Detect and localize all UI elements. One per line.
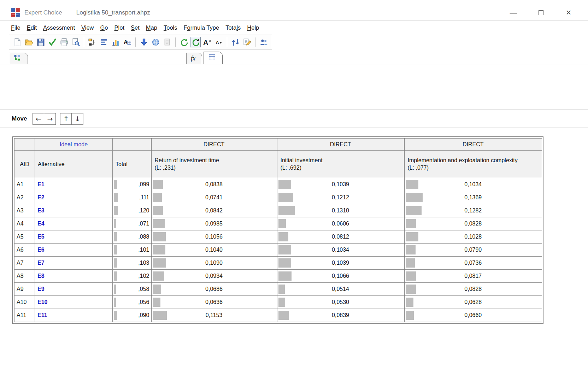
criterion-value-cell[interactable]: 0,0636 [151,296,277,309]
sphere-icon[interactable] [150,37,161,47]
menu-edit[interactable]: Edit [24,23,40,33]
alternative-name-cell[interactable]: E10 [35,296,113,309]
total-bar [114,271,117,281]
direct-header-1[interactable]: DIRECT [151,139,277,151]
criterion-value-cell[interactable]: 0,1153 [151,309,277,322]
open-folder-icon[interactable] [24,37,34,47]
print-icon[interactable] [59,37,69,47]
maximize-icon [539,10,543,15]
alternative-column-header[interactable]: Alternative [35,151,113,178]
data-grid-tab[interactable] [204,52,223,64]
move-down-button[interactable]: ↓ [72,113,83,125]
move-up-button[interactable]: ↑ [60,113,72,125]
bar-chart-icon[interactable] [110,37,121,47]
menu-tools[interactable]: Tools [160,23,181,33]
font-decrease-icon[interactable]: A [213,37,224,47]
menu-help[interactable]: Help [244,23,262,33]
alternative-name-cell[interactable]: E11 [35,309,113,322]
alternative-name-cell[interactable]: E8 [35,270,113,283]
download-arrow-icon[interactable] [139,37,149,47]
save-icon[interactable] [35,37,46,47]
refresh-icon[interactable] [178,37,189,47]
criterion-value-cell[interactable]: 0,1090 [151,257,277,270]
menu-map[interactable]: Map [143,23,160,33]
alternative-name-cell[interactable]: E5 [35,230,113,244]
apply-check-icon[interactable] [47,37,58,47]
criterion-value-cell[interactable]: 0,1039 [277,178,404,191]
edit-formula-icon[interactable] [242,37,252,47]
alternative-name-cell[interactable]: E1 [35,178,113,191]
model-view-tab[interactable] [9,53,28,64]
menu-view[interactable]: View [78,23,97,33]
criterion-value-cell[interactable]: 0,0741 [151,191,277,204]
criterion-value-cell[interactable]: 0,0686 [151,283,277,296]
move-right-button[interactable]: → [44,113,56,125]
compare-arrows-icon[interactable] [230,37,241,47]
total-column-header[interactable]: Total [113,151,151,178]
criterion-value-cell[interactable]: 0,0839 [277,309,404,322]
criterion-value-cell[interactable]: 0,1212 [277,191,404,204]
criterion-value-cell[interactable]: 0,1369 [404,191,542,204]
criterion-value-cell[interactable]: 0,1066 [277,270,404,283]
toolbar-separator [175,37,176,47]
criterion-value-cell[interactable]: 0,0660 [404,309,542,322]
criterion-value-cell[interactable]: 0,0828 [404,283,542,296]
alternative-name-cell[interactable]: E3 [35,204,113,217]
menu-plot[interactable]: Plot [111,23,128,33]
tree-view-icon[interactable] [87,37,98,47]
criterion-value-cell[interactable]: 0,1028 [404,230,542,244]
criterion-value-cell[interactable]: 0,0530 [277,296,404,309]
alternative-name-cell[interactable]: E2 [35,191,113,204]
criterion-value-cell[interactable]: 0,0838 [151,178,277,191]
criterion-value-cell[interactable]: 0,0842 [151,204,277,217]
menu-totals[interactable]: Totals [222,23,244,33]
criterion-value-cell[interactable]: 0,0985 [151,217,277,230]
direct-header-2[interactable]: DIRECT [277,139,404,151]
list-bars-icon[interactable] [99,37,109,47]
criterion-value-cell[interactable]: 0,0934 [151,270,277,283]
criterion-value-cell[interactable]: 0,1040 [151,244,277,257]
alternative-name-cell[interactable]: E7 [35,257,113,270]
alternative-name-cell[interactable]: E4 [35,217,113,230]
inactive-page-icon[interactable] [162,37,172,47]
direct-header-3[interactable]: DIRECT [404,139,542,151]
alternative-name-cell[interactable]: E6 [35,244,113,257]
criterion-value-cell[interactable]: 0,0514 [277,283,404,296]
value-bar [406,219,416,228]
criterion-value-cell[interactable]: 0,1034 [404,178,542,191]
criterion-value-cell[interactable]: 0,1056 [151,230,277,244]
aid-column-header[interactable]: AID [14,151,35,178]
criterion-value-cell[interactable]: 0,0790 [404,244,542,257]
print-preview-icon[interactable] [70,37,81,47]
maximize-button[interactable] [537,9,545,17]
criterion-header-3[interactable]: Implementation and exploatation complexi… [404,151,542,178]
criterion-value-cell[interactable]: 0,1282 [404,204,542,217]
ideal-mode-header[interactable]: Ideal mode [35,139,113,151]
criterion-value-cell[interactable]: 0,1039 [277,257,404,270]
new-document-icon[interactable] [12,37,23,47]
criterion-value-cell[interactable]: 0,0736 [404,257,542,270]
minimize-button[interactable]: — [510,9,517,17]
menu-assessment[interactable]: Assessment [40,23,78,33]
participants-icon[interactable] [258,37,269,47]
criterion-value-cell[interactable]: 0,1310 [277,204,404,217]
move-left-button[interactable]: ← [33,113,44,125]
criterion-value-cell[interactable]: 0,0828 [404,217,542,230]
alternative-name-cell[interactable]: E9 [35,283,113,296]
criterion-header-2[interactable]: Initial investment (L: ,692) [277,151,404,178]
format-cells-icon[interactable]: A [122,37,133,47]
criterion-value-cell[interactable]: 0,0628 [404,296,542,309]
menu-go[interactable]: Go [97,23,111,33]
criterion-header-1[interactable]: Return of investment time (L: ,231) [151,151,277,178]
font-increase-icon[interactable]: A [202,37,212,47]
criterion-value-cell[interactable]: 0,0817 [404,270,542,283]
criterion-value-cell[interactable]: 0,1034 [277,244,404,257]
menu-formula-type[interactable]: Formula Type [180,23,222,33]
criterion-value-cell[interactable]: 0,0606 [277,217,404,230]
criterion-value-cell[interactable]: 0,0812 [277,230,404,244]
close-button[interactable]: × [565,9,572,17]
menu-set[interactable]: Set [128,23,143,33]
refresh-active-icon[interactable] [190,37,201,47]
formula-tab[interactable]: fx [186,53,202,64]
menu-file[interactable]: File [8,23,24,33]
